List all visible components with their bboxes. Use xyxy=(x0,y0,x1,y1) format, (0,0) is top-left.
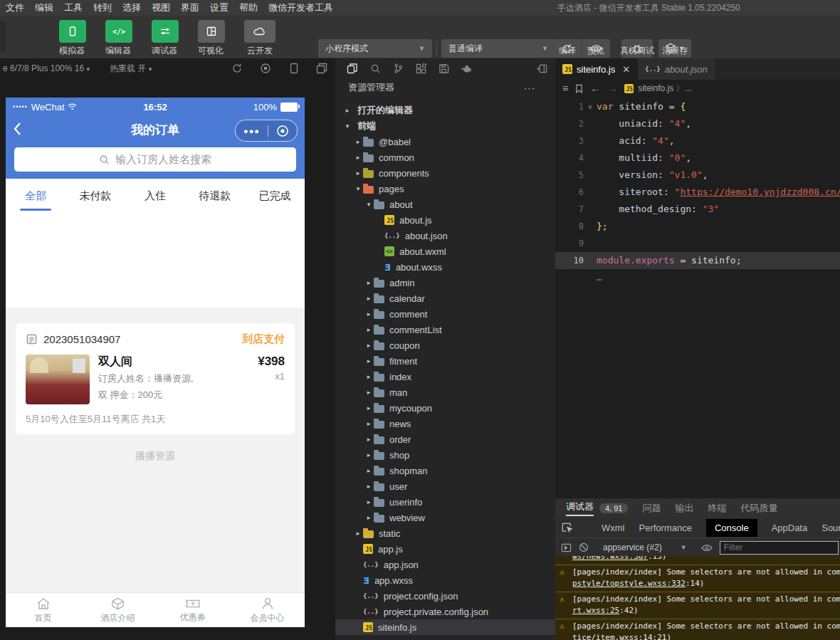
live-expression-eye-icon[interactable] xyxy=(701,544,713,552)
collapse-panel-icon[interactable] xyxy=(537,63,548,74)
show-sidebar-icon[interactable] xyxy=(561,543,572,552)
outline-icon[interactable]: ≡ xyxy=(562,83,568,94)
search-input[interactable]: 输入订房人姓名搜索 xyxy=(14,147,296,172)
menu-item[interactable]: 转到 xyxy=(93,1,112,14)
inspect-element-icon[interactable] xyxy=(561,522,573,533)
context-dropdown[interactable]: appservice (#2)▼ xyxy=(603,542,687,552)
tree-item-打开的编辑器[interactable]: ▸打开的编辑器 xyxy=(335,103,555,118)
tree-item-fitment[interactable]: ▸fitment xyxy=(335,353,555,369)
tree-item-index[interactable]: ▸index xyxy=(335,369,555,384)
tree-item-app.json[interactable]: {..}app.json xyxy=(335,557,555,572)
debugger-tab[interactable]: 代码质量 xyxy=(740,502,777,515)
console-filter-input[interactable] xyxy=(720,541,839,555)
tree-item-user[interactable]: ▸user xyxy=(335,478,555,494)
mode-dropdown[interactable]: 小程序模式▼ xyxy=(318,39,432,58)
search-icon[interactable] xyxy=(364,63,387,74)
tree-item-about.wxml[interactable]: <>about.wxml xyxy=(335,243,555,259)
tree-item-cropped[interactable]: {..} xyxy=(335,635,555,640)
source-link[interactable]: ws/news.wxss:387 xyxy=(572,556,648,561)
back-icon[interactable] xyxy=(13,121,22,137)
multi-window-icon[interactable] xyxy=(316,63,327,74)
tree-item-common[interactable]: ▸common xyxy=(335,149,555,165)
debugger-tab[interactable]: 终端 xyxy=(708,502,726,515)
source-link[interactable]: tice/item.wxss:14 xyxy=(572,633,653,640)
tree-item-about[interactable]: ▾about xyxy=(335,196,555,212)
order-tab[interactable]: 未付款 xyxy=(65,179,125,213)
menu-item[interactable]: 工具 xyxy=(64,1,83,14)
tree-item-about.js[interactable]: JSabout.js xyxy=(335,212,555,228)
devtools-tab-console[interactable]: Console xyxy=(706,519,757,537)
editor-tab-aboutjson[interactable]: {..} about.json xyxy=(637,58,715,80)
teapot-icon[interactable] xyxy=(455,63,478,73)
tree-item-userinfo[interactable]: ▸userinfo xyxy=(335,494,555,510)
tree-item-app.js[interactable]: JSapp.js xyxy=(335,541,555,557)
debugger-tab[interactable]: 调试器 xyxy=(566,500,594,516)
tree-item-project.config.json[interactable]: {..}project.config.json xyxy=(335,588,555,604)
tabbar-item-coupon[interactable]: ¥ 优惠券 xyxy=(155,593,230,627)
tree-item-about.json[interactable]: {..}about.json xyxy=(335,228,555,243)
source-link[interactable]: rt.wxss:25 xyxy=(572,606,619,615)
order-card[interactable]: 2023051034907 到店支付 双人间 订房人姓名：播播资源, 双 押金：… xyxy=(16,323,295,434)
compile-mode-dropdown[interactable]: 普通编译▼ xyxy=(441,39,555,58)
simulator-button[interactable] xyxy=(59,20,86,43)
exit-target-icon[interactable] xyxy=(276,125,289,137)
save-icon[interactable] xyxy=(432,63,455,74)
files-icon[interactable] xyxy=(341,63,364,74)
tree-item-man[interactable]: ▸man xyxy=(335,384,555,400)
tree-item-shop[interactable]: ▸shop xyxy=(335,447,555,463)
tabbar-item-member[interactable]: 会员中心 xyxy=(230,593,305,627)
debugger-tab[interactable]: 输出 xyxy=(675,502,693,515)
editor-tab-siteinfo[interactable]: JS siteinfo.js ✕ xyxy=(555,58,637,80)
order-tab[interactable]: 已完成 xyxy=(245,179,305,213)
record-icon[interactable] xyxy=(260,63,271,74)
device-selector[interactable]: e 6/7/8 Plus 100% 16 ▾ xyxy=(3,63,90,73)
tree-item-shopman[interactable]: ▸shopman xyxy=(335,463,555,478)
console-log[interactable]: ws/news.wxss:387:13)⚠[pages/index/index]… xyxy=(555,556,840,640)
nav-back-icon[interactable]: ← xyxy=(590,83,600,94)
breadcrumb[interactable]: siteinfo.js 〉... xyxy=(638,83,691,95)
bookmark-icon[interactable] xyxy=(575,84,583,93)
tree-item-admin[interactable]: ▸admin xyxy=(335,275,555,290)
fold-icon[interactable]: ∨ xyxy=(584,98,597,115)
menu-item[interactable]: 视图 xyxy=(152,1,170,14)
tree-item-前端[interactable]: ▾前端 xyxy=(335,118,555,134)
tree-item-components[interactable]: ▸components xyxy=(335,165,555,181)
menu-item[interactable]: 文件 xyxy=(6,1,24,14)
order-tab[interactable]: 全部 xyxy=(6,179,65,213)
tree-item-coupon[interactable]: ▸coupon xyxy=(335,337,555,353)
devtools-tab-appdata[interactable]: AppData xyxy=(772,523,808,533)
code-area[interactable]: 1∨var siteinfo = {2 uniacid: "4",3 acid:… xyxy=(555,98,840,498)
source-link[interactable]: pstyle/topstyle.wxss:332 xyxy=(572,579,686,588)
tree-item-news[interactable]: ▸news xyxy=(335,416,555,431)
menu-item[interactable]: 选择 xyxy=(122,1,141,14)
tree-item-commentList[interactable]: ▸commentList xyxy=(335,322,555,337)
order-tab[interactable]: 入住 xyxy=(125,179,185,213)
tree-item-comment[interactable]: ▸comment xyxy=(335,306,555,322)
tabbar-item-home[interactable]: 首页 xyxy=(6,593,80,627)
tree-item-app.wxss[interactable]: Eapp.wxss xyxy=(335,572,555,588)
tree-item-mycoupon[interactable]: ▸mycoupon xyxy=(335,400,555,416)
tabbar-item-hotel-intro[interactable]: 酒店介绍 xyxy=(80,593,155,627)
nav-forward-icon[interactable]: → xyxy=(607,83,617,94)
cloud-dev-button[interactable] xyxy=(244,20,275,43)
visualization-button[interactable] xyxy=(198,20,225,43)
tree-item-pages[interactable]: ▾pages xyxy=(335,181,555,196)
more-icon[interactable]: ●●● xyxy=(243,127,260,135)
devtools-tab-performance[interactable]: Performance xyxy=(639,523,692,533)
tree-item-@babel[interactable]: ▸@babel xyxy=(335,134,555,149)
clear-console-icon[interactable] xyxy=(579,542,589,552)
tree-item-webview[interactable]: ▸webview xyxy=(335,510,555,525)
menu-item[interactable]: 微信开发者工具 xyxy=(268,1,333,14)
restart-icon[interactable] xyxy=(231,63,243,74)
tree-item-order[interactable]: ▸order xyxy=(335,431,555,447)
tree-item-static[interactable]: ▸static xyxy=(335,525,555,541)
more-actions-icon[interactable]: ··· xyxy=(524,83,535,93)
devtools-tab-sources[interactable]: Sources xyxy=(821,523,840,533)
hot-reload-toggle[interactable]: 热重载 开 ▾ xyxy=(110,63,152,75)
order-tab[interactable]: 待退款 xyxy=(185,179,245,213)
tree-item-calendar[interactable]: ▸calendar xyxy=(335,290,555,306)
extensions-icon[interactable] xyxy=(409,63,432,74)
editor-button[interactable]: </> xyxy=(105,20,132,43)
menu-item[interactable]: 帮助 xyxy=(239,1,258,14)
tree-item-siteinfo.js[interactable]: JSsiteinfo.js xyxy=(335,619,555,635)
